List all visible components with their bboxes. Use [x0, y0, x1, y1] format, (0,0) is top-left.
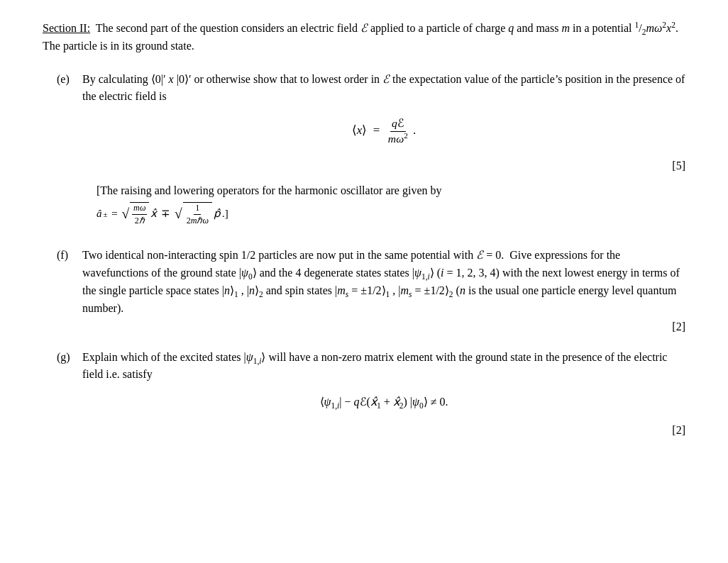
- frac-2mhw-den: 2mℏω: [185, 215, 210, 226]
- part-f-label: (f) Two identical non-interacting spin 1…: [57, 247, 685, 317]
- frac-2h-den: 2ℏ: [133, 215, 146, 226]
- fraction-denominator: mω2: [387, 132, 409, 146]
- part-e-letter: (e): [57, 71, 77, 89]
- part-e-label: (e) By calculating ⟨0|′ x |0⟩′ or otherw…: [57, 71, 685, 233]
- part-g-marks: [2]: [672, 424, 685, 436]
- part-g-text: Explain which of the excited states |ψ1,…: [82, 349, 685, 421]
- sqrt-content-1: mω 2ℏ: [130, 202, 149, 225]
- fraction-numerator: qℰ: [390, 117, 406, 132]
- part-g-letter: (g): [57, 349, 77, 367]
- part-g-block: (g) Explain which of the excited states …: [43, 349, 685, 437]
- page-container: Section II: The second part of the quest…: [43, 20, 685, 437]
- part-e-marks: [5]: [672, 160, 685, 172]
- sqrt-content-2: 1 2mℏω: [183, 202, 212, 225]
- frac-mw-2h: mω 2ℏ: [132, 203, 147, 225]
- raising-lowering-block: [The raising and lowering operators for …: [82, 182, 685, 226]
- operator-formula: â± = √ mω 2ℏ x̂ ∓: [96, 202, 685, 225]
- part-f-marks: [2]: [672, 320, 685, 333]
- section-header: Section II: The second part of the quest…: [43, 20, 685, 55]
- part-g-label: (g) Explain which of the excited states …: [57, 349, 685, 421]
- section-label: Section II:: [43, 22, 90, 34]
- sqrt-symbol-2: √: [175, 207, 182, 221]
- formula-g: ⟨ψ1,i| − qℰ(x̂1 + x̂2) |ψ0⟩ ≠ 0.: [82, 394, 685, 411]
- fraction-qE-mw2: qℰ mω2: [387, 117, 409, 146]
- part-f-block: (f) Two identical non-interacting spin 1…: [43, 247, 685, 333]
- sqrt2: √ 1 2mℏω: [175, 202, 212, 225]
- part-e-text: By calculating ⟨0|′ x |0⟩′ or otherwise …: [82, 71, 685, 233]
- formula-e: ⟨x⟩ = qℰ mω2 .: [82, 117, 685, 146]
- part-f-text: Two identical non-interacting spin 1/2 p…: [82, 247, 685, 317]
- part-e-block: (e) By calculating ⟨0|′ x |0⟩′ or otherw…: [43, 71, 685, 233]
- part-f-letter: (f): [57, 247, 77, 264]
- sqrt1: √ mω 2ℏ: [121, 202, 149, 225]
- sqrt-symbol-1: √: [121, 207, 129, 221]
- frac-1-num: 1: [194, 203, 201, 215]
- raising-intro-text: [The raising and lowering operators for …: [96, 184, 442, 196]
- frac-mw-num: mω: [132, 203, 147, 215]
- frac-1-2mhw: 1 2mℏω: [185, 203, 210, 225]
